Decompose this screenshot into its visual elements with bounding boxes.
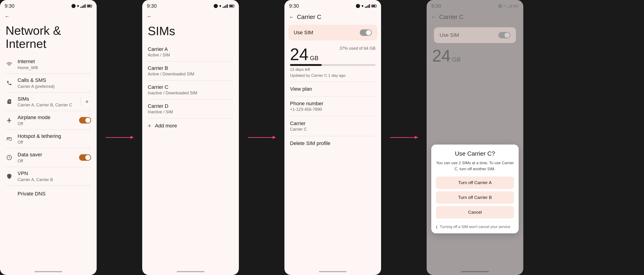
- dialog-footer: ℹ Turning off a SIM won't cancel your se…: [436, 222, 514, 230]
- status-time-p3: 9:30: [289, 3, 299, 9]
- battery-icon-p1: [87, 5, 92, 8]
- back-arrow-icon-p1: ←: [4, 14, 10, 20]
- arrow-3: [381, 0, 427, 275]
- status-time-p1: 9:30: [4, 3, 14, 9]
- hotspot-content: Hotspot & tethering Off: [18, 133, 91, 145]
- hotspot-subtitle: Off: [18, 140, 91, 145]
- status-bar-p2: 9:30 ▾: [142, 0, 239, 11]
- camera-indicator-p1: [72, 4, 76, 8]
- turn-off-carrier-b-button[interactable]: Turn off Carrier B: [436, 191, 514, 204]
- list-item-datasaver[interactable]: Data saver Off: [0, 148, 97, 167]
- arrow-1-area: [97, 0, 142, 275]
- wifi-icon-p4: ▾: [504, 4, 506, 8]
- sim-item-carrier-b[interactable]: Carrier B Active / Downloaded SIM: [142, 62, 239, 80]
- airplane-toggle[interactable]: [79, 117, 91, 124]
- delete-sim-label: Delete SIM profile: [290, 140, 376, 146]
- arrow-line-3: [390, 137, 418, 138]
- info-icon: ℹ: [436, 224, 438, 230]
- bottom-bar-p2: [177, 271, 204, 272]
- battery-icon-p4: [514, 5, 519, 8]
- arrow-1: [97, 0, 142, 275]
- bottom-bar-p1: [34, 271, 62, 272]
- use-sim-label: Use SIM: [294, 30, 313, 36]
- carrier-item[interactable]: Carrier Carrier C: [284, 116, 381, 136]
- status-bar-p4: 9:30 ▾: [427, 0, 523, 11]
- carrier-c-header-p4: ← Carrier C: [427, 11, 468, 23]
- data-usage-section: 24 GB 37% used of 64 GB 12 days left Upd…: [284, 42, 381, 82]
- back-arrow-icon-p2: ←: [147, 14, 152, 20]
- carrier-c-name: Carrier C: [148, 84, 233, 90]
- sims-page-title: SIMs: [142, 22, 239, 42]
- status-bar-p1: 9:30 ▾: [0, 0, 97, 11]
- panel-network-internet: 9:30 ▾ ← Network & Internet: [0, 0, 97, 275]
- data-updated: Updated by Carrier C 1 day ago: [290, 73, 376, 78]
- status-icons-p4: ▾: [498, 4, 519, 8]
- add-more-label: Add more: [155, 123, 177, 129]
- signal-icon-p1: [80, 4, 86, 8]
- status-icons-p1: ▾: [72, 4, 92, 8]
- internet-subtitle: Home_Wifi: [18, 66, 91, 70]
- list-item-calls[interactable]: Calls & SMS Carrier A (preferred): [0, 74, 97, 92]
- sims-label: SIMs: [18, 96, 76, 102]
- sims-end: +: [81, 97, 91, 106]
- signal-icon-p2: [223, 4, 228, 8]
- datasaver-toggle[interactable]: [79, 154, 91, 161]
- carrier-b-status: Active / Downloaded SIM: [148, 72, 233, 76]
- private-dns-icon: [6, 190, 13, 198]
- camera-indicator-p4: [498, 4, 502, 8]
- battery-icon-p3: [371, 5, 376, 8]
- datasaver-label: Data saver: [18, 152, 74, 158]
- list-item-hotspot[interactable]: Hotspot & tethering Off: [0, 130, 97, 148]
- list-item-vpn[interactable]: VPN Carrier A, Carrier B: [0, 167, 97, 186]
- use-sim-toggle-p4: [498, 32, 510, 38]
- back-button-p2[interactable]: ←: [142, 11, 239, 22]
- carrier-a-status: Active / SIM: [148, 53, 233, 58]
- data-progress-fill: [290, 64, 322, 66]
- sims-divider: [81, 97, 81, 106]
- airplane-content: Airplane mode Off: [18, 114, 74, 126]
- phone-number-item[interactable]: Phone number +1-123-456-7890: [284, 96, 381, 116]
- panel-dialog: 9:30 ▾ ← Carrier C Use SIM 24: [427, 0, 523, 275]
- carrier-c-header: ← Carrier C: [284, 11, 381, 23]
- calls-subtitle: Carrier A (preferred): [18, 84, 91, 89]
- vpn-content: VPN Carrier A, Carrier B: [18, 170, 91, 182]
- view-plan-item[interactable]: View plan: [284, 82, 381, 96]
- sim-item-carrier-d[interactable]: Carrier D Inactive / SIM: [142, 100, 239, 118]
- sim-item-carrier-a[interactable]: Carrier A Active / SIM: [142, 42, 239, 61]
- arrow-3-area: [381, 0, 427, 275]
- private-dns-content: Private DNS: [18, 190, 91, 197]
- list-item-private-dns[interactable]: Private DNS: [0, 186, 97, 202]
- data-number-p4: 24: [432, 48, 451, 64]
- cancel-button[interactable]: Cancel: [436, 206, 514, 218]
- vpn-label: VPN: [18, 170, 91, 177]
- page-title-p1: Network & Internet: [0, 22, 97, 55]
- list-item-airplane[interactable]: Airplane mode Off: [0, 111, 97, 130]
- datasaver-icon: [6, 154, 13, 161]
- data-days-left: 12 days left: [290, 67, 376, 72]
- delete-sim-item[interactable]: Delete SIM profile: [284, 136, 381, 150]
- sims-add-button[interactable]: +: [83, 97, 91, 106]
- list-item-internet[interactable]: Internet Home_Wifi: [0, 55, 97, 74]
- phone-number-value: +1-123-456-7890: [290, 107, 376, 112]
- back-button-p1[interactable]: ←: [0, 11, 97, 22]
- internet-content: Internet Home_Wifi: [18, 58, 91, 70]
- list-item-sims[interactable]: SIMs Carrier A, Carrier B, Carrier C +: [0, 92, 97, 111]
- data-progress-bar: [290, 64, 376, 66]
- signal-icon-p4: [507, 4, 512, 8]
- sim-item-carrier-c[interactable]: Carrier C Inactive / Downloaded SIM: [142, 80, 239, 99]
- arrow-line-2: [248, 137, 276, 138]
- back-button-p3[interactable]: ←: [289, 14, 294, 20]
- carrier-c-page-title: Carrier C: [297, 14, 321, 20]
- use-carrier-dialog: Use Carrier C? You can use 2 SIMs at a t…: [431, 144, 519, 233]
- airplane-icon: [6, 116, 13, 124]
- sims-subtitle: Carrier A, Carrier B, Carrier C: [18, 103, 76, 108]
- data-unit: GB: [310, 54, 319, 62]
- airplane-subtitle: Off: [18, 122, 74, 126]
- sims-content: SIMs Carrier A, Carrier B, Carrier C: [18, 96, 76, 108]
- carrier-c-title-p4: Carrier C: [439, 14, 464, 20]
- internet-label: Internet: [18, 58, 91, 65]
- turn-off-carrier-a-button[interactable]: Turn off Carrier A: [436, 176, 514, 189]
- add-more-item[interactable]: + Add more: [142, 118, 239, 133]
- use-sim-toggle[interactable]: [360, 29, 372, 36]
- carrier-label: Carrier: [290, 120, 376, 126]
